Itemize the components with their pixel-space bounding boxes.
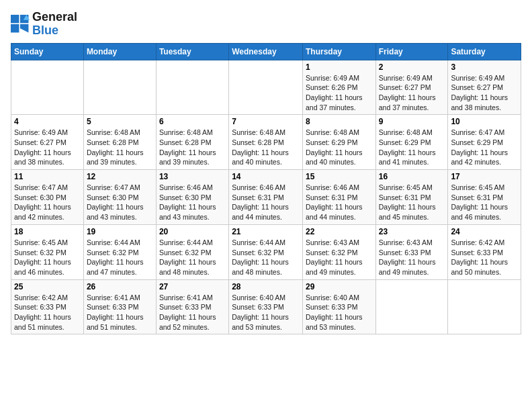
calendar-cell [448,279,521,334]
calendar-cell: 29Sunrise: 6:40 AM Sunset: 6:33 PM Dayli… [302,279,375,334]
calendar-cell: 20Sunrise: 6:44 AM Sunset: 6:32 PM Dayli… [156,224,228,279]
day-number: 5 [87,117,153,126]
page-header: General Blue [11,11,521,38]
day-number: 4 [14,117,81,126]
header-cell-monday: Monday [83,43,156,60]
cell-content: Sunrise: 6:48 AM Sunset: 6:28 PM Dayligh… [232,128,300,167]
calendar-cell: 7Sunrise: 6:48 AM Sunset: 6:28 PM Daylig… [229,115,303,170]
header-cell-wednesday: Wednesday [229,43,303,60]
calendar-cell: 16Sunrise: 6:45 AM Sunset: 6:31 PM Dayli… [375,170,448,225]
cell-content: Sunrise: 6:45 AM Sunset: 6:32 PM Dayligh… [14,238,81,277]
logo-icon [11,15,30,34]
header-cell-sunday: Sunday [11,43,84,60]
day-number: 6 [159,117,226,126]
day-number: 1 [306,62,373,72]
day-number: 23 [379,227,445,236]
calendar-cell: 25Sunrise: 6:42 AM Sunset: 6:33 PM Dayli… [11,279,84,334]
cell-content: Sunrise: 6:41 AM Sunset: 6:33 PM Dayligh… [159,293,226,332]
calendar-cell: 10Sunrise: 6:47 AM Sunset: 6:29 PM Dayli… [448,115,521,170]
cell-content: Sunrise: 6:40 AM Sunset: 6:33 PM Dayligh… [306,293,373,332]
cell-content: Sunrise: 6:49 AM Sunset: 6:26 PM Dayligh… [306,73,373,113]
day-number: 8 [306,117,373,126]
logo: General Blue [11,11,77,38]
day-number: 12 [87,172,153,181]
calendar-cell [11,60,84,115]
day-number: 25 [14,282,81,291]
calendar-cell: 17Sunrise: 6:45 AM Sunset: 6:31 PM Dayli… [448,170,521,225]
day-number: 19 [87,227,153,236]
day-number: 10 [451,117,518,126]
day-number: 22 [306,227,373,236]
calendar-cell: 11Sunrise: 6:47 AM Sunset: 6:30 PM Dayli… [11,170,84,225]
calendar-table: SundayMondayTuesdayWednesdayThursdayFrid… [11,43,521,335]
cell-content: Sunrise: 6:42 AM Sunset: 6:33 PM Dayligh… [451,238,518,277]
calendar-cell: 13Sunrise: 6:46 AM Sunset: 6:30 PM Dayli… [156,170,228,225]
calendar-cell: 28Sunrise: 6:40 AM Sunset: 6:33 PM Dayli… [229,279,303,334]
day-number: 20 [159,227,226,236]
calendar-body: 1Sunrise: 6:49 AM Sunset: 6:26 PM Daylig… [11,60,521,334]
svg-rect-2 [11,24,19,32]
calendar-cell: 1Sunrise: 6:49 AM Sunset: 6:26 PM Daylig… [302,60,375,115]
cell-content: Sunrise: 6:47 AM Sunset: 6:29 PM Dayligh… [451,128,518,167]
calendar-cell [229,60,303,115]
logo-general: General [32,10,77,24]
day-number: 2 [379,62,445,72]
day-number: 18 [14,227,81,236]
day-number: 14 [232,172,300,181]
calendar-cell: 14Sunrise: 6:46 AM Sunset: 6:31 PM Dayli… [229,170,303,225]
header-cell-thursday: Thursday [302,43,375,60]
cell-content: Sunrise: 6:47 AM Sunset: 6:30 PM Dayligh… [14,183,81,222]
cell-content: Sunrise: 6:42 AM Sunset: 6:33 PM Dayligh… [14,293,81,332]
calendar-cell: 26Sunrise: 6:41 AM Sunset: 6:33 PM Dayli… [83,279,156,334]
logo-text: General Blue [32,11,77,38]
cell-content: Sunrise: 6:44 AM Sunset: 6:32 PM Dayligh… [159,238,226,277]
calendar-cell [83,60,156,115]
day-number: 17 [451,172,518,181]
cell-content: Sunrise: 6:40 AM Sunset: 6:33 PM Dayligh… [232,293,300,332]
header-cell-saturday: Saturday [448,43,521,60]
cell-content: Sunrise: 6:41 AM Sunset: 6:33 PM Dayligh… [87,293,153,332]
cell-content: Sunrise: 6:48 AM Sunset: 6:28 PM Dayligh… [159,128,226,167]
day-number: 9 [379,117,445,126]
header-cell-tuesday: Tuesday [156,43,228,60]
calendar-cell: 4Sunrise: 6:49 AM Sunset: 6:27 PM Daylig… [11,115,84,170]
day-number: 26 [87,282,153,291]
cell-content: Sunrise: 6:47 AM Sunset: 6:30 PM Dayligh… [87,183,153,222]
cell-content: Sunrise: 6:48 AM Sunset: 6:29 PM Dayligh… [379,128,445,167]
calendar-cell: 15Sunrise: 6:46 AM Sunset: 6:31 PM Dayli… [302,170,375,225]
calendar-cell: 8Sunrise: 6:48 AM Sunset: 6:29 PM Daylig… [302,115,375,170]
day-number: 16 [379,172,445,181]
calendar-cell: 12Sunrise: 6:47 AM Sunset: 6:30 PM Dayli… [83,170,156,225]
day-number: 27 [159,282,226,291]
cell-content: Sunrise: 6:49 AM Sunset: 6:27 PM Dayligh… [451,73,518,113]
day-number: 11 [14,172,81,181]
week-row-3: 11Sunrise: 6:47 AM Sunset: 6:30 PM Dayli… [11,170,521,225]
calendar-cell: 24Sunrise: 6:42 AM Sunset: 6:33 PM Dayli… [448,224,521,279]
week-row-2: 4Sunrise: 6:49 AM Sunset: 6:27 PM Daylig… [11,115,521,170]
calendar-cell: 6Sunrise: 6:48 AM Sunset: 6:28 PM Daylig… [156,115,228,170]
svg-marker-3 [20,24,28,32]
calendar-cell [156,60,228,115]
calendar-cell: 22Sunrise: 6:43 AM Sunset: 6:32 PM Dayli… [302,224,375,279]
week-row-5: 25Sunrise: 6:42 AM Sunset: 6:33 PM Dayli… [11,279,521,334]
day-number: 13 [159,172,226,181]
day-number: 29 [306,282,373,291]
header-row: SundayMondayTuesdayWednesdayThursdayFrid… [11,43,521,60]
day-number: 28 [232,282,300,291]
svg-rect-0 [11,15,19,23]
day-number: 15 [306,172,373,181]
day-number: 21 [232,227,300,236]
calendar-header: SundayMondayTuesdayWednesdayThursdayFrid… [11,43,521,60]
cell-content: Sunrise: 6:45 AM Sunset: 6:31 PM Dayligh… [379,183,445,222]
calendar-cell: 18Sunrise: 6:45 AM Sunset: 6:32 PM Dayli… [11,224,84,279]
week-row-1: 1Sunrise: 6:49 AM Sunset: 6:26 PM Daylig… [11,60,521,115]
cell-content: Sunrise: 6:43 AM Sunset: 6:33 PM Dayligh… [379,238,445,277]
calendar-cell: 2Sunrise: 6:49 AM Sunset: 6:27 PM Daylig… [375,60,448,115]
cell-content: Sunrise: 6:46 AM Sunset: 6:31 PM Dayligh… [232,183,300,222]
header-cell-friday: Friday [375,43,448,60]
cell-content: Sunrise: 6:48 AM Sunset: 6:28 PM Dayligh… [87,128,153,167]
cell-content: Sunrise: 6:44 AM Sunset: 6:32 PM Dayligh… [87,238,153,277]
calendar-cell: 5Sunrise: 6:48 AM Sunset: 6:28 PM Daylig… [83,115,156,170]
logo-blue: Blue [32,24,58,37]
cell-content: Sunrise: 6:45 AM Sunset: 6:31 PM Dayligh… [451,183,518,222]
